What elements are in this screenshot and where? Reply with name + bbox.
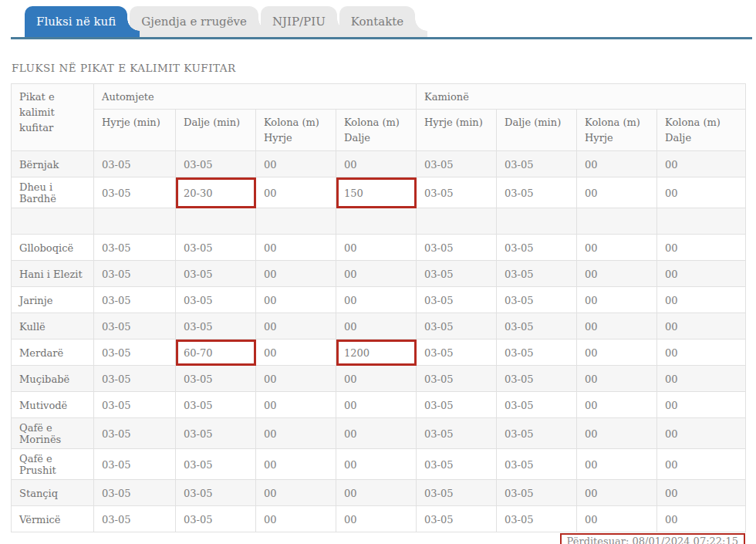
value-cell: 00 (657, 313, 746, 340)
value-cell: 03-05 (176, 418, 256, 449)
border-point-name: Glloboqicë (12, 235, 94, 261)
value-cell: 03-05 (417, 235, 497, 261)
value-cell: 03-05 (176, 313, 256, 340)
value-cell: 03-05 (497, 287, 577, 313)
value-cell: 03-05 (94, 506, 176, 532)
border-point-name (12, 208, 94, 235)
value-cell: 03-05 (94, 480, 176, 506)
value-cell: 03-05 (497, 366, 577, 392)
tab-gjendja-e-rrugeve[interactable]: Gjendja e rrugëve (130, 6, 258, 37)
value-cell: 00 (577, 313, 657, 340)
value-cell: 03-05 (176, 261, 256, 287)
value-cell: 03-05 (497, 261, 577, 287)
value-cell: 00 (336, 235, 417, 261)
value-cell: 00 (657, 506, 746, 532)
value-cell: 03-05 (417, 480, 497, 506)
value-cell: 03-05 (94, 177, 176, 208)
value-cell: 00 (657, 151, 746, 177)
value-cell: 00 (657, 235, 746, 261)
value-cell: 03-05 (176, 392, 256, 418)
value-cell: 00 (657, 480, 746, 506)
value-cell: 00 (657, 177, 746, 208)
value-cell: 03-05 (417, 506, 497, 532)
value-cell: 00 (657, 261, 746, 287)
value-cell: 00 (577, 392, 657, 418)
border-point-name: Jarinje (12, 287, 94, 313)
border-point-name: Qafë e Morinës (12, 418, 94, 449)
value-cell: 03-05 (176, 366, 256, 392)
value-cell: 00 (256, 366, 336, 392)
value-cell: 00 (256, 177, 336, 208)
value-cell: 00 (657, 392, 746, 418)
border-point-name: Stançiq (12, 480, 94, 506)
column-group-kamione: Kamionë (417, 84, 746, 110)
value-cell: 00 (256, 418, 336, 449)
value-cell: 03-05 (497, 392, 577, 418)
value-cell (256, 208, 336, 235)
value-cell: 03-05 (417, 449, 497, 480)
value-cell: 00 (336, 506, 417, 532)
value-cell: 00 (657, 366, 746, 392)
value-cell: 00 (256, 340, 336, 366)
table-row: Qafë e Morinës03-0503-05000003-0503-0500… (12, 418, 746, 449)
table-row: Muçibabë03-0503-05000003-0503-050000 (12, 366, 746, 392)
value-cell: 00 (256, 480, 336, 506)
border-point-name: Dheu i Bardhë (12, 177, 94, 208)
value-cell: 03-05 (497, 151, 577, 177)
value-cell (176, 208, 256, 235)
value-cell: 00 (336, 261, 417, 287)
tab-njip-piu[interactable]: NJIP/PIU (261, 6, 337, 37)
value-cell: 00 (657, 418, 746, 449)
value-cell: 00 (577, 366, 657, 392)
value-cell: 03-05 (417, 392, 497, 418)
value-cell: 00 (336, 366, 417, 392)
tab-label: Gjendja e rrugëve (141, 15, 247, 29)
border-flow-table: Pikat e kalimit kufitar Automjete Kamion… (11, 83, 746, 532)
column-header-kolona-dalje-auto: Kolona (m) Dalje (336, 110, 417, 151)
value-cell: 00 (336, 480, 417, 506)
table-row: Merdarë03-0560-7000120003-0503-050000 (12, 340, 746, 366)
value-cell: 03-05 (176, 235, 256, 261)
value-cell: 00 (577, 151, 657, 177)
table-row: Qafë e Prushit03-0503-05000003-0503-0500… (12, 449, 746, 480)
value-cell: 00 (577, 261, 657, 287)
value-cell: 03-05 (94, 449, 176, 480)
value-cell: 00 (256, 235, 336, 261)
value-cell: 03-05 (497, 506, 577, 532)
table-row (12, 208, 746, 235)
table-row: Jarinje03-0503-05000003-0503-050000 (12, 287, 746, 313)
table-body: Bërnjak03-0503-05000003-0503-050000Dheu … (12, 151, 746, 532)
value-cell: 00 (256, 392, 336, 418)
border-point-name: Qafë e Prushit (12, 449, 94, 480)
table-row: Bërnjak03-0503-05000003-0503-050000 (12, 151, 746, 177)
value-cell: 03-05 (176, 506, 256, 532)
value-cell (657, 208, 746, 235)
value-cell: 03-05 (176, 287, 256, 313)
value-cell: 03-05 (497, 313, 577, 340)
value-cell: 03-05 (94, 418, 176, 449)
column-header-kolona-hyrje-auto: Kolona (m) Hyrje (256, 110, 336, 151)
value-cell: 03-05 (176, 480, 256, 506)
table-row: Stançiq03-0503-05000003-0503-050000 (12, 480, 746, 506)
value-cell: 03-05 (497, 177, 577, 208)
table-group-header-row: Pikat e kalimit kufitar Automjete Kamion… (12, 84, 746, 110)
tab-kontakte[interactable]: Kontakte (339, 6, 415, 37)
value-cell: 03-05 (417, 366, 497, 392)
table-row: Glloboqicë03-0503-05000003-0503-050000 (12, 235, 746, 261)
value-cell: 03-05 (417, 287, 497, 313)
value-cell: 00 (256, 506, 336, 532)
tab-fluksi-ne-kufi[interactable]: Fluksi në kufi (25, 6, 127, 37)
highlighted-value-cell: 1200 (336, 340, 417, 366)
table-row: Dheu i Bardhë03-0520-300015003-0503-0500… (12, 177, 746, 208)
value-cell (577, 208, 657, 235)
tab-label: Fluksi në kufi (36, 15, 116, 29)
column-header-kolona-dalje-kamion: Kolona (m) Dalje (657, 110, 746, 151)
value-cell: 03-05 (176, 449, 256, 480)
value-cell (94, 208, 176, 235)
value-cell: 00 (657, 287, 746, 313)
value-cell: 00 (256, 287, 336, 313)
value-cell: 03-05 (497, 418, 577, 449)
value-cell: 00 (336, 287, 417, 313)
value-cell: 03-05 (94, 287, 176, 313)
value-cell: 00 (336, 392, 417, 418)
